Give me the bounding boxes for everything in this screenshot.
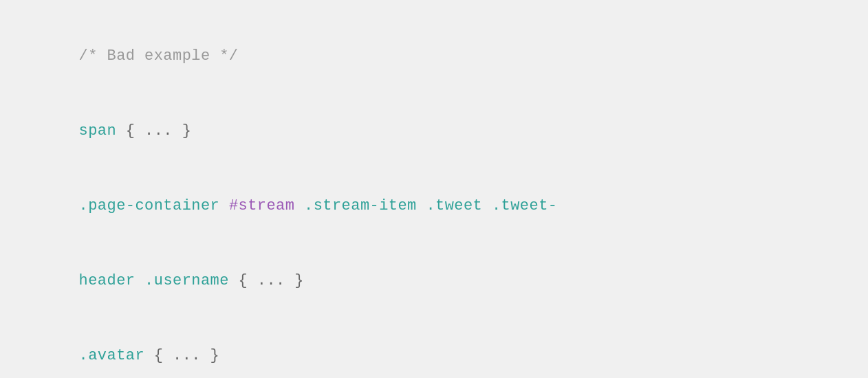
username-class-bad: .username — [144, 272, 229, 289]
bad-selector-line1: .page-container #stream .stream-item .tw… — [41, 169, 827, 244]
comment-text: /* Bad example */ — [79, 47, 239, 65]
tweet-header-part: .tweet- — [492, 197, 558, 214]
bad-avatar-line: .avatar { ... } — [41, 319, 827, 378]
bad-avatar-braces: { ... } — [144, 347, 219, 364]
bad-comment-line: /* Bad example */ — [41, 19, 827, 94]
bad-line3-braces: { ... } — [229, 272, 304, 289]
avatar-class-bad: .avatar — [79, 347, 145, 364]
span-braces: { ... } — [116, 122, 191, 140]
span-tag: span — [79, 122, 117, 140]
code-block: /* Bad example */ span { ... } .page-con… — [0, 0, 868, 378]
stream-item-class: .stream-item — [304, 197, 417, 214]
page-container-class: .page-container — [79, 197, 220, 214]
header-part: header — [79, 272, 135, 289]
bad-selector-line2: header .username { ... } — [41, 244, 827, 319]
stream-id: #stream — [229, 197, 295, 214]
tweet-class: .tweet — [426, 197, 482, 214]
bad-span-line: span { ... } — [41, 94, 827, 169]
